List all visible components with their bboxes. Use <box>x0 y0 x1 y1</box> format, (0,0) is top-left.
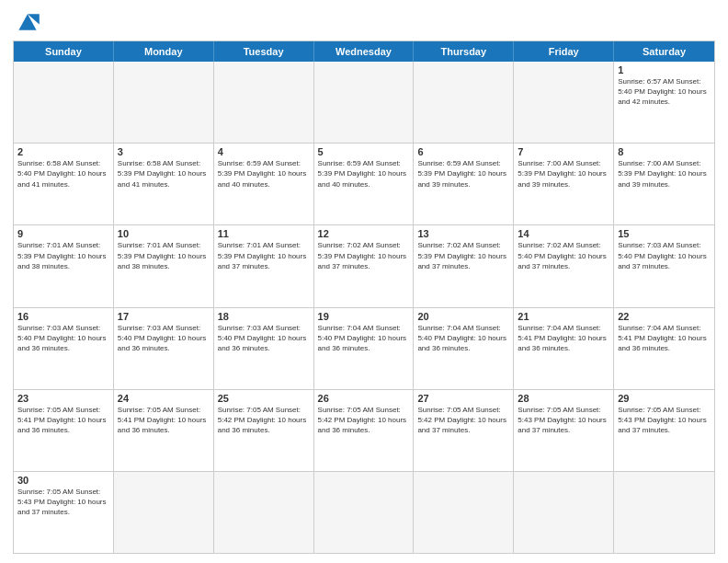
day-info: Sunrise: 7:02 AM Sunset: 5:40 PM Dayligh… <box>518 240 609 271</box>
calendar-cell: 30Sunrise: 7:05 AM Sunset: 5:43 PM Dayli… <box>14 472 114 553</box>
day-number: 30 <box>17 475 109 486</box>
header-day-friday: Friday <box>514 41 614 62</box>
calendar-cell <box>514 62 614 143</box>
calendar-cell: 15Sunrise: 7:03 AM Sunset: 5:40 PM Dayli… <box>614 225 714 306</box>
calendar-cell: 26Sunrise: 7:05 AM Sunset: 5:42 PM Dayli… <box>314 390 415 471</box>
calendar-cell <box>114 62 214 143</box>
calendar-cell <box>114 472 214 553</box>
day-info: Sunrise: 7:00 AM Sunset: 5:39 PM Dayligh… <box>618 158 711 190</box>
day-info: Sunrise: 7:03 AM Sunset: 5:40 PM Dayligh… <box>17 323 109 354</box>
calendar-cell: 13Sunrise: 7:02 AM Sunset: 5:39 PM Dayli… <box>414 225 514 306</box>
day-number: 25 <box>218 393 310 404</box>
calendar-cell: 3Sunrise: 6:58 AM Sunset: 5:39 PM Daylig… <box>114 144 214 224</box>
day-info: Sunrise: 7:01 AM Sunset: 5:39 PM Dayligh… <box>118 240 210 271</box>
day-number: 10 <box>118 228 210 239</box>
day-number: 21 <box>518 311 609 322</box>
calendar-cell: 14Sunrise: 7:02 AM Sunset: 5:40 PM Dayli… <box>514 225 614 306</box>
day-number: 5 <box>318 146 410 157</box>
calendar-header-row: SundayMondayTuesdayWednesdayThursdayFrid… <box>14 41 714 62</box>
day-info: Sunrise: 6:58 AM Sunset: 5:39 PM Dayligh… <box>118 158 210 190</box>
calendar-cell <box>214 472 314 553</box>
day-info: Sunrise: 7:02 AM Sunset: 5:39 PM Dayligh… <box>318 240 410 271</box>
day-number: 1 <box>618 64 711 75</box>
day-info: Sunrise: 7:05 AM Sunset: 5:42 PM Dayligh… <box>218 405 310 436</box>
calendar-cell <box>14 62 114 143</box>
logo <box>13 9 46 35</box>
calendar-cell: 7Sunrise: 7:00 AM Sunset: 5:39 PM Daylig… <box>514 144 614 224</box>
calendar-row-1: 2Sunrise: 6:58 AM Sunset: 5:40 PM Daylig… <box>14 143 714 224</box>
day-number: 24 <box>118 393 210 404</box>
day-number: 16 <box>17 311 109 322</box>
day-number: 4 <box>218 146 310 157</box>
header-day-monday: Monday <box>114 41 214 62</box>
calendar-cell: 21Sunrise: 7:04 AM Sunset: 5:41 PM Dayli… <box>514 308 614 389</box>
calendar-cell: 2Sunrise: 6:58 AM Sunset: 5:40 PM Daylig… <box>14 144 114 224</box>
calendar-cell: 10Sunrise: 7:01 AM Sunset: 5:39 PM Dayli… <box>114 225 214 306</box>
day-number: 26 <box>318 393 410 404</box>
calendar-cell: 9Sunrise: 7:01 AM Sunset: 5:39 PM Daylig… <box>14 225 114 306</box>
day-info: Sunrise: 7:05 AM Sunset: 5:41 PM Dayligh… <box>118 405 210 436</box>
page: SundayMondayTuesdayWednesdayThursdayFrid… <box>0 0 728 563</box>
calendar-cell: 17Sunrise: 7:03 AM Sunset: 5:40 PM Dayli… <box>114 308 214 389</box>
day-info: Sunrise: 7:03 AM Sunset: 5:40 PM Dayligh… <box>618 240 711 271</box>
day-number: 13 <box>417 228 509 239</box>
calendar-row-5: 30Sunrise: 7:05 AM Sunset: 5:43 PM Dayli… <box>14 471 714 553</box>
day-info: Sunrise: 7:05 AM Sunset: 5:43 PM Dayligh… <box>17 487 109 518</box>
calendar-cell: 28Sunrise: 7:05 AM Sunset: 5:43 PM Dayli… <box>514 390 614 471</box>
day-info: Sunrise: 7:05 AM Sunset: 5:41 PM Dayligh… <box>17 405 109 436</box>
day-number: 20 <box>417 311 509 322</box>
calendar-cell: 23Sunrise: 7:05 AM Sunset: 5:41 PM Dayli… <box>14 390 114 471</box>
calendar-cell: 18Sunrise: 7:03 AM Sunset: 5:40 PM Dayli… <box>214 308 314 389</box>
calendar-row-4: 23Sunrise: 7:05 AM Sunset: 5:41 PM Dayli… <box>14 389 714 471</box>
day-number: 7 <box>518 146 609 157</box>
day-number: 9 <box>17 228 109 239</box>
day-number: 19 <box>318 311 410 322</box>
day-number: 2 <box>17 146 109 157</box>
calendar-cell: 6Sunrise: 6:59 AM Sunset: 5:39 PM Daylig… <box>414 144 514 224</box>
calendar-cell: 4Sunrise: 6:59 AM Sunset: 5:39 PM Daylig… <box>214 144 314 224</box>
calendar-cell <box>314 472 415 553</box>
day-info: Sunrise: 7:02 AM Sunset: 5:39 PM Dayligh… <box>417 240 509 271</box>
calendar: SundayMondayTuesdayWednesdayThursdayFrid… <box>13 40 715 554</box>
day-number: 8 <box>618 146 711 157</box>
calendar-cell <box>314 62 415 143</box>
calendar-cell <box>414 472 514 553</box>
day-number: 23 <box>17 393 109 404</box>
calendar-row-0: 1Sunrise: 6:57 AM Sunset: 5:40 PM Daylig… <box>14 62 714 143</box>
day-number: 11 <box>218 228 310 239</box>
day-info: Sunrise: 7:05 AM Sunset: 5:42 PM Dayligh… <box>318 405 410 436</box>
calendar-cell: 29Sunrise: 7:05 AM Sunset: 5:43 PM Dayli… <box>614 390 714 471</box>
day-info: Sunrise: 7:05 AM Sunset: 5:43 PM Dayligh… <box>518 405 609 436</box>
calendar-cell: 22Sunrise: 7:04 AM Sunset: 5:41 PM Dayli… <box>614 308 714 389</box>
calendar-cell: 19Sunrise: 7:04 AM Sunset: 5:40 PM Dayli… <box>314 308 415 389</box>
day-info: Sunrise: 7:00 AM Sunset: 5:39 PM Dayligh… <box>518 158 609 190</box>
day-info: Sunrise: 7:04 AM Sunset: 5:40 PM Dayligh… <box>318 323 410 354</box>
calendar-cell <box>514 472 614 553</box>
calendar-cell <box>214 62 314 143</box>
day-info: Sunrise: 7:03 AM Sunset: 5:40 PM Dayligh… <box>218 323 310 354</box>
calendar-cell: 8Sunrise: 7:00 AM Sunset: 5:39 PM Daylig… <box>614 144 714 224</box>
header-day-wednesday: Wednesday <box>314 41 415 62</box>
day-info: Sunrise: 6:59 AM Sunset: 5:39 PM Dayligh… <box>218 158 310 190</box>
day-info: Sunrise: 6:59 AM Sunset: 5:39 PM Dayligh… <box>417 158 509 190</box>
header-day-tuesday: Tuesday <box>214 41 314 62</box>
day-info: Sunrise: 6:59 AM Sunset: 5:39 PM Dayligh… <box>318 158 410 190</box>
day-number: 6 <box>417 146 509 157</box>
header-day-saturday: Saturday <box>614 41 714 62</box>
header-day-sunday: Sunday <box>14 41 114 62</box>
calendar-cell <box>414 62 514 143</box>
day-number: 28 <box>518 393 609 404</box>
day-number: 12 <box>318 228 410 239</box>
day-info: Sunrise: 6:58 AM Sunset: 5:40 PM Dayligh… <box>17 158 109 190</box>
calendar-cell: 1Sunrise: 6:57 AM Sunset: 5:40 PM Daylig… <box>614 62 714 143</box>
day-info: Sunrise: 7:03 AM Sunset: 5:40 PM Dayligh… <box>118 323 210 354</box>
calendar-cell <box>614 472 714 553</box>
day-number: 22 <box>618 311 711 322</box>
day-info: Sunrise: 7:05 AM Sunset: 5:42 PM Dayligh… <box>417 405 509 436</box>
day-info: Sunrise: 7:04 AM Sunset: 5:41 PM Dayligh… <box>618 323 711 354</box>
day-info: Sunrise: 7:05 AM Sunset: 5:43 PM Dayligh… <box>618 405 711 436</box>
calendar-cell: 16Sunrise: 7:03 AM Sunset: 5:40 PM Dayli… <box>14 308 114 389</box>
calendar-cell: 27Sunrise: 7:05 AM Sunset: 5:42 PM Dayli… <box>414 390 514 471</box>
header-day-thursday: Thursday <box>414 41 514 62</box>
day-info: Sunrise: 7:04 AM Sunset: 5:41 PM Dayligh… <box>518 323 609 354</box>
